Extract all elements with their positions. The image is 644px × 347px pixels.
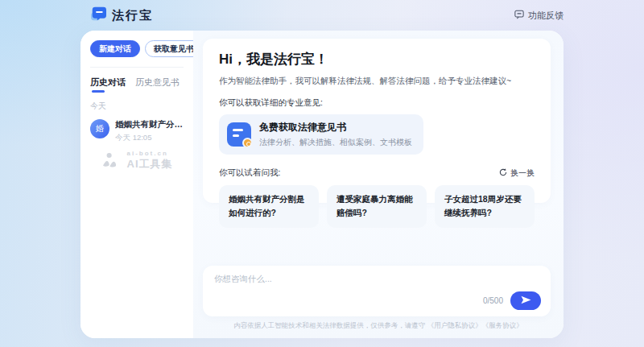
app-panel: 新建对话 获取意见书 历史对话 历史意见书 今天 婚 婚姻共有财产分割是如何..… [80, 31, 564, 338]
sidebar-divider [90, 67, 184, 68]
send-button[interactable] [510, 291, 541, 310]
suggested-question-3[interactable]: 子女超过18周岁还要继续抚养吗? [435, 185, 535, 228]
app-logo-icon [90, 6, 107, 25]
try-ask-label: 你可以试着问我: [219, 167, 280, 179]
suggestions-header: 你可以试着问我: 换一换 [219, 167, 535, 179]
greeting-subtitle: 作为智能法律助手，我可以解释法律法规、解答法律问题，给予专业法律建议~ [219, 76, 535, 87]
greeting-card: Hi，我是法行宝！ 作为智能法律助手，我可以解释法律法规、解答法律问题，给予专业… [203, 39, 551, 203]
refresh-icon [499, 168, 507, 178]
history-item-avatar: 婚 [90, 119, 109, 138]
history-list-item[interactable]: 婚 婚姻共有财产分割是如何... 今天 12:05 [90, 119, 184, 143]
suggested-questions: 婚姻共有财产分割是如何进行的? 遭受家庭暴力离婚能赔偿吗? 子女超过18周岁还要… [219, 185, 535, 228]
history-group-label: 今天 [90, 101, 184, 112]
feedback-button[interactable]: 功能反馈 [514, 10, 564, 22]
feedback-icon [514, 10, 524, 21]
refresh-label: 换一换 [510, 167, 535, 179]
new-chat-button[interactable]: 新建对话 [90, 40, 140, 57]
tab-history-chats[interactable]: 历史对话 [90, 76, 126, 93]
sidebar-actions: 新建对话 获取意见书 [90, 40, 184, 57]
watermark-logo-icon [101, 151, 122, 171]
input-footer: 0/500 [483, 291, 541, 310]
feedback-label: 功能反馈 [528, 10, 564, 22]
disclaimer-text: 内容依据人工智能技术和相关法律数据提供，仅供参考，请遵守 [233, 321, 425, 329]
history-item-title: 婚姻共有财产分割是如何... [115, 119, 186, 130]
greeting-title: Hi，我是法行宝！ [219, 50, 535, 68]
watermark: ai-bot.cn AI工具集 [80, 150, 193, 171]
suggested-question-2[interactable]: 遭受家庭暴力离婚能赔偿吗? [327, 185, 427, 228]
send-icon [521, 295, 531, 307]
main-area: Hi，我是法行宝！ 作为智能法律助手，我可以解释法律法规、解答法律问题，给予专业… [193, 31, 564, 338]
terms-of-service-link[interactable]: 《服务协议》 [482, 321, 523, 329]
watermark-line1: ai-bot.cn [127, 150, 173, 157]
opinion-card-title: 免费获取法律意见书 [259, 121, 412, 134]
opinion-card-texts: 免费获取法律意见书 法律分析、解决措施、相似案例、文书模板 [259, 121, 412, 148]
refresh-suggestions-button[interactable]: 换一换 [499, 167, 535, 179]
watermark-line2: AI工具集 [127, 157, 173, 171]
opinion-card-subtitle: 法律分析、解决措施、相似案例、文书模板 [259, 137, 412, 148]
watermark-text: ai-bot.cn AI工具集 [127, 150, 173, 171]
chat-input-card: 0/500 [203, 266, 551, 316]
suggested-question-1[interactable]: 婚姻共有财产分割是如何进行的? [219, 185, 319, 228]
char-counter: 0/500 [483, 296, 503, 305]
app-logo: 法行宝 [90, 6, 153, 25]
sidebar: 新建对话 获取意见书 历史对话 历史意见书 今天 婚 婚姻共有财产分割是如何..… [80, 31, 193, 338]
tab-history-opinions[interactable]: 历史意见书 [135, 76, 180, 93]
history-item-texts: 婚姻共有财产分割是如何... 今天 12:05 [115, 119, 186, 143]
free-opinion-card[interactable]: 免费获取法律意见书 法律分析、解决措施、相似案例、文书模板 [219, 114, 423, 155]
history-item-time: 今天 12:05 [115, 133, 186, 143]
privacy-policy-link[interactable]: 《用户隐私协议》 [427, 321, 482, 329]
app-title: 法行宝 [112, 8, 153, 23]
page: 法行宝 功能反馈 新建对话 获取意见书 历史对话 历史意见书 [0, 0, 644, 347]
opinion-intro: 你可以获取详细的专业意见: [219, 97, 535, 109]
top-bar: 法行宝 功能反馈 [0, 0, 644, 31]
disclaimer-footer: 内容依据人工智能技术和相关法律数据提供，仅供参考，请遵守 《用户隐私协议》《服务… [193, 321, 564, 331]
sidebar-tabs: 历史对话 历史意见书 [90, 76, 184, 93]
document-search-icon [227, 122, 251, 147]
